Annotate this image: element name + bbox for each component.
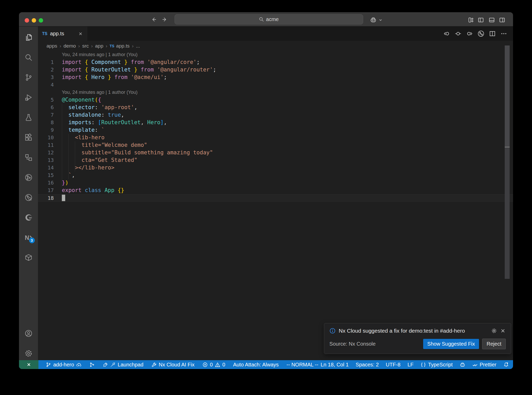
- status-label: Launchpad: [118, 362, 143, 368]
- breadcrumb-item[interactable]: src: [82, 43, 89, 49]
- cursor-position-item[interactable]: Ln 18, Col 1: [321, 362, 349, 368]
- close-window-button[interactable]: [25, 18, 29, 23]
- code-text: ></lib-hero>: [54, 164, 114, 172]
- vim-mode-item[interactable]: -- NORMAL --: [287, 362, 318, 368]
- code-line[interactable]: 4: [38, 81, 513, 89]
- prettier-item[interactable]: Prettier: [472, 362, 496, 368]
- code-line[interactable]: 17export class App {}: [38, 187, 513, 194]
- code-line[interactable]: 15 `,: [38, 172, 513, 179]
- copilot-item[interactable]: [460, 362, 465, 367]
- code-editor[interactable]: You, 24 minutes ago | 1 author (You)1imp…: [38, 51, 513, 360]
- copilot-icon: [460, 362, 465, 367]
- reject-button[interactable]: Reject: [482, 339, 506, 349]
- code-line[interactable]: 18: [38, 194, 513, 202]
- toggle-primary-sidebar-icon[interactable]: [478, 17, 484, 24]
- activity-item-gitlens-graph-icon[interactable]: [25, 194, 32, 201]
- breadcrumb-item[interactable]: demo: [64, 43, 76, 49]
- minimize-window-button[interactable]: [32, 18, 36, 23]
- encoding-item[interactable]: UTF-8: [386, 362, 401, 368]
- code-line[interactable]: 14 ></lib-hero>: [38, 164, 513, 172]
- activity-item-explorer-icon[interactable]: [25, 34, 32, 41]
- previous-change-icon[interactable]: [443, 30, 450, 37]
- activity-item-run-debug-icon[interactable]: [25, 94, 32, 101]
- split-editor-icon[interactable]: [489, 30, 496, 37]
- editor-actions: [443, 27, 507, 41]
- breadcrumb-item[interactable]: app: [95, 43, 103, 49]
- scrollbar-thumb[interactable]: [505, 45, 510, 147]
- code-line[interactable]: 8 imports: [RouterOutlet, Hero],: [38, 119, 513, 126]
- show-suggested-fix-button[interactable]: Show Suggested Fix: [423, 339, 479, 349]
- notification-source: Source: Nx Console: [329, 341, 423, 347]
- notification-close-icon[interactable]: [500, 328, 506, 334]
- git-branch-item[interactable]: add-hero: [46, 362, 82, 368]
- command-center-search[interactable]: acme: [175, 14, 363, 24]
- activity-item-nx-console-icon[interactable]: N3: [25, 234, 32, 241]
- activity-item-settings-icon[interactable]: [25, 350, 32, 357]
- code-text: title="Welcmoe demo": [54, 141, 147, 149]
- code-line[interactable]: 3import { Hero } from '@acme/ui';: [38, 74, 513, 81]
- remote-indicator[interactable]: [19, 360, 38, 369]
- activity-item-containers-icon[interactable]: [25, 254, 32, 261]
- close-tab-icon[interactable]: [78, 31, 83, 36]
- language-item[interactable]: TypeScript: [421, 362, 453, 368]
- activity-item-extensions-icon[interactable]: [25, 134, 32, 141]
- breadcrumb-file[interactable]: TSapp.ts: [110, 43, 130, 49]
- tab-app-ts[interactable]: TS app.ts: [38, 27, 87, 41]
- eol-item[interactable]: LF: [408, 362, 414, 368]
- chevron-down-icon[interactable]: [378, 18, 383, 23]
- git-graph-item[interactable]: [89, 362, 95, 367]
- code-line[interactable]: 5@Component({: [38, 96, 513, 104]
- line-number: 9: [38, 126, 54, 134]
- nx-cloud-ai-fix-item[interactable]: Nx Cloud AI Fix: [151, 362, 195, 368]
- notification-settings-gear-icon[interactable]: [491, 328, 497, 334]
- code-text: subtitle="Build something amazing today": [54, 149, 213, 156]
- vscode-window: acme N3 TS app.ts: [19, 12, 513, 369]
- customize-layout-icon[interactable]: [468, 17, 474, 24]
- activity-item-custom-view-icon[interactable]: [25, 154, 32, 161]
- line-number: 18: [38, 194, 54, 201]
- code-line[interactable]: 6 selector: 'app-root',: [38, 104, 513, 111]
- breadcrumb-item[interactable]: apps: [46, 43, 57, 49]
- breadcrumb-overflow[interactable]: ...: [136, 43, 140, 49]
- code-line[interactable]: 2import { RouterOutlet } from '@angular/…: [38, 66, 513, 74]
- forward-arrow-icon[interactable]: [162, 17, 168, 22]
- code-line[interactable]: 11 title="Welcmoe demo": [38, 141, 513, 149]
- activity-item-search-icon[interactable]: [25, 54, 32, 61]
- braces-icon: [421, 362, 426, 367]
- editor-scrollbar[interactable]: [505, 45, 510, 279]
- copilot-icon[interactable]: [370, 17, 376, 24]
- code-line[interactable]: 10 <lib-hero: [38, 134, 513, 141]
- activity-item-testing-icon[interactable]: [25, 114, 32, 121]
- code-line[interactable]: 12 subtitle="Build something amazing tod…: [38, 149, 513, 156]
- more-actions-icon[interactable]: [500, 30, 507, 37]
- code-line[interactable]: 13 cta="Get Started": [38, 156, 513, 164]
- next-change-icon[interactable]: [466, 30, 473, 37]
- code-line[interactable]: 16}): [38, 179, 513, 187]
- back-arrow-icon[interactable]: [151, 17, 157, 22]
- status-label: LF: [408, 362, 414, 368]
- activity-item-accounts-icon[interactable]: [25, 330, 32, 337]
- code-line[interactable]: 9 template: `: [38, 126, 513, 134]
- line-number: 14: [38, 164, 54, 172]
- activity-item-edge-browser-icon[interactable]: [25, 214, 32, 221]
- code-line[interactable]: 7 standalone: true,: [38, 111, 513, 119]
- status-label: Nx Cloud AI Fix: [159, 362, 195, 368]
- typescript-file-icon: TS: [110, 44, 114, 48]
- problems-item[interactable]: 00: [202, 362, 225, 368]
- code-line[interactable]: 1import { Component } from '@angular/cor…: [38, 58, 513, 66]
- status-label: Ln 18, Col 1: [321, 362, 349, 368]
- line-number: 2: [38, 66, 54, 74]
- indentation-item[interactable]: Spaces: 2: [356, 362, 379, 368]
- line-number: 16: [38, 179, 54, 187]
- activity-item-git-graph-icon[interactable]: [25, 174, 32, 181]
- toggle-secondary-sidebar-icon[interactable]: [499, 17, 505, 24]
- activity-item-source-control-icon[interactable]: [25, 74, 32, 81]
- maximize-window-button[interactable]: [39, 18, 43, 23]
- bell-item[interactable]: [503, 362, 509, 367]
- current-change-icon[interactable]: [455, 30, 462, 37]
- auto-attach-item[interactable]: Auto Attach: Always: [233, 362, 279, 368]
- timeline-graph-icon[interactable]: [477, 30, 484, 37]
- launchpad-item[interactable]: Launchpad: [103, 362, 143, 368]
- line-number: [38, 51, 54, 58]
- toggle-panel-icon[interactable]: [489, 17, 495, 24]
